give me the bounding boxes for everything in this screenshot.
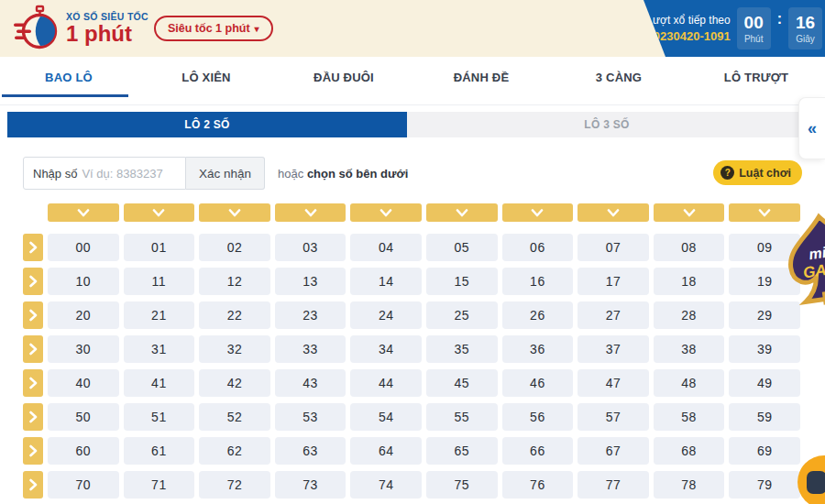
number-cell[interactable]: 47 — [578, 369, 649, 397]
number-cell[interactable]: 10 — [48, 268, 119, 295]
number-cell[interactable]: 32 — [199, 335, 270, 363]
row-select-button[interactable] — [23, 234, 43, 261]
number-cell[interactable]: 12 — [199, 268, 270, 295]
row-select-button[interactable] — [23, 471, 43, 499]
number-cell[interactable]: 46 — [502, 369, 574, 397]
number-cell[interactable]: 04 — [350, 234, 422, 261]
column-select-button[interactable] — [48, 203, 119, 222]
number-cell[interactable]: 67 — [578, 437, 649, 465]
number-cell[interactable]: 44 — [350, 369, 422, 397]
number-cell[interactable]: 48 — [654, 369, 725, 397]
number-cell[interactable]: 58 — [654, 403, 725, 431]
number-cell[interactable]: 31 — [124, 335, 195, 363]
column-select-button[interactable] — [199, 203, 270, 222]
main-tab[interactable]: LÔ XIÊN — [138, 57, 275, 97]
number-cell[interactable]: 18 — [654, 268, 725, 295]
number-cell[interactable]: 03 — [275, 234, 346, 261]
number-cell[interactable]: 75 — [426, 471, 498, 499]
number-cell[interactable]: 02 — [199, 234, 270, 261]
number-cell[interactable]: 56 — [502, 403, 574, 431]
number-cell[interactable]: 53 — [275, 403, 346, 431]
number-cell[interactable]: 34 — [350, 335, 422, 363]
collapse-panel-button[interactable]: « — [798, 97, 825, 159]
number-cell[interactable]: 00 — [48, 234, 119, 261]
sub-tab[interactable]: LÔ 2 SỐ — [7, 112, 407, 137]
number-cell[interactable]: 26 — [502, 301, 574, 329]
number-cell[interactable]: 69 — [729, 437, 800, 465]
number-cell[interactable]: 20 — [48, 301, 119, 329]
main-tab[interactable]: 3 CÀNG — [550, 57, 688, 97]
number-cell[interactable]: 16 — [502, 268, 574, 295]
number-cell[interactable]: 41 — [124, 369, 195, 397]
number-cell[interactable]: 15 — [426, 268, 498, 295]
number-cell[interactable]: 49 — [729, 369, 800, 397]
row-select-button[interactable] — [23, 437, 43, 465]
speed-select-dropdown[interactable]: Siêu tốc 1 phút ▾ — [154, 16, 273, 41]
number-cell[interactable]: 66 — [502, 437, 574, 465]
number-cell[interactable]: 71 — [124, 471, 195, 499]
column-select-button[interactable] — [502, 203, 574, 222]
rules-button[interactable]: ? Luật chơi — [713, 160, 802, 185]
number-cell[interactable]: 07 — [578, 234, 649, 261]
column-select-button[interactable] — [350, 203, 422, 222]
row-select-button[interactable] — [23, 369, 43, 397]
number-cell[interactable]: 23 — [275, 301, 346, 329]
column-select-button[interactable] — [275, 203, 346, 222]
number-cell[interactable]: 60 — [48, 437, 119, 465]
number-cell[interactable]: 25 — [426, 301, 498, 329]
number-cell[interactable]: 63 — [275, 437, 346, 465]
number-cell[interactable]: 52 — [199, 403, 270, 431]
number-cell[interactable]: 72 — [199, 471, 270, 499]
number-cell[interactable]: 30 — [48, 335, 119, 363]
column-select-button[interactable] — [654, 203, 725, 222]
number-cell[interactable]: 51 — [124, 403, 195, 431]
row-select-button[interactable] — [23, 335, 43, 363]
main-tab[interactable]: ĐẦU ĐUÔI — [275, 57, 412, 97]
number-cell[interactable]: 73 — [275, 471, 346, 499]
number-cell[interactable]: 76 — [502, 471, 574, 499]
number-cell[interactable]: 79 — [729, 471, 800, 499]
support-chat-button[interactable] — [798, 455, 825, 504]
main-tab[interactable]: ĐÁNH ĐỀ — [412, 57, 550, 97]
number-cell[interactable]: 27 — [578, 301, 649, 329]
number-cell[interactable]: 78 — [654, 471, 725, 499]
number-cell[interactable]: 42 — [199, 369, 270, 397]
number-cell[interactable]: 36 — [502, 335, 574, 363]
number-cell[interactable]: 38 — [654, 335, 725, 363]
main-tab[interactable]: LÔ TRƯỢT — [688, 57, 825, 97]
number-cell[interactable]: 61 — [124, 437, 195, 465]
number-cell[interactable]: 22 — [199, 301, 270, 329]
number-cell[interactable]: 08 — [654, 234, 725, 261]
minigame-badge[interactable]: mini GAME — [777, 211, 825, 310]
main-tab[interactable]: BAO LÔ — [0, 57, 138, 97]
number-cell[interactable]: 65 — [426, 437, 498, 465]
number-cell[interactable]: 54 — [350, 403, 422, 431]
number-cell[interactable]: 11 — [124, 268, 195, 295]
number-cell[interactable]: 64 — [350, 437, 422, 465]
number-cell[interactable]: 37 — [578, 335, 649, 363]
number-cell[interactable]: 57 — [578, 403, 649, 431]
row-select-button[interactable] — [23, 301, 43, 329]
number-cell[interactable]: 74 — [350, 471, 422, 499]
number-cell[interactable]: 59 — [729, 403, 800, 431]
number-cell[interactable]: 68 — [654, 437, 725, 465]
column-select-button[interactable] — [124, 203, 195, 222]
number-cell[interactable]: 14 — [350, 268, 422, 295]
number-cell[interactable]: 43 — [275, 369, 346, 397]
column-select-button[interactable] — [578, 203, 649, 222]
number-cell[interactable]: 24 — [350, 301, 422, 329]
number-cell[interactable]: 50 — [48, 403, 119, 431]
number-cell[interactable]: 33 — [275, 335, 346, 363]
number-cell[interactable]: 01 — [124, 234, 195, 261]
number-cell[interactable]: 35 — [426, 335, 498, 363]
row-select-button[interactable] — [23, 268, 43, 295]
number-cell[interactable]: 06 — [502, 234, 574, 261]
number-cell[interactable]: 39 — [729, 335, 800, 363]
number-cell[interactable]: 21 — [124, 301, 195, 329]
number-cell[interactable]: 45 — [426, 369, 498, 397]
confirm-button[interactable]: Xác nhận — [186, 157, 265, 190]
number-cell[interactable]: 05 — [426, 234, 498, 261]
number-cell[interactable]: 28 — [654, 301, 725, 329]
number-cell[interactable]: 40 — [48, 369, 119, 397]
number-input[interactable]: Nhập số Ví dụ: 8383237 — [23, 157, 186, 190]
